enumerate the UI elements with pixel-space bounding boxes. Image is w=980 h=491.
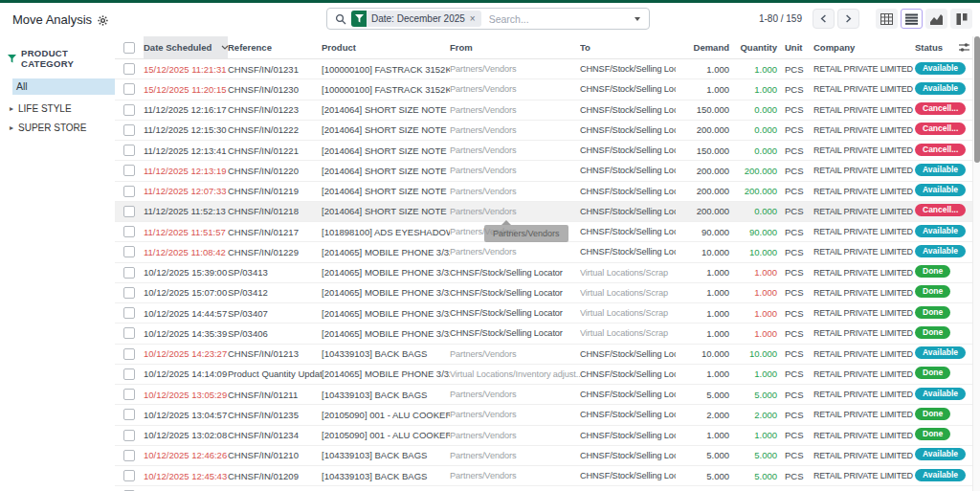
table-row[interactable]: 10/12/2025 12:46:26 CHNSF/IN/01210 [1043…: [115, 446, 972, 466]
cell-product: [2014064] SHORT SIZE NOTE: [322, 166, 450, 176]
cell-unit: PCS: [779, 410, 813, 420]
vertical-scrollbar[interactable]: [972, 36, 980, 491]
row-checkbox[interactable]: [123, 368, 135, 380]
cell-to: Virtual Locations/Scrap: [580, 288, 676, 298]
expand-caret-icon[interactable]: ▸: [10, 104, 13, 113]
row-checkbox[interactable]: [123, 430, 135, 441]
table-row[interactable]: 11/12/2025 12:13:19 CHNSF/IN/01220 [2014…: [115, 161, 972, 181]
row-checkbox[interactable]: [123, 327, 135, 339]
row-checkbox[interactable]: [123, 267, 135, 279]
column-header-product[interactable]: Product: [322, 36, 450, 58]
table-row[interactable]: 11/12/2025 12:07:33 CHNSF/IN/01219 [2014…: [115, 182, 972, 202]
optional-columns-icon[interactable]: [959, 42, 969, 53]
cell-product: [20105090] 001 - ALU COOKER: [322, 430, 450, 440]
table-row[interactable]: [115, 486, 972, 491]
column-header-quantity[interactable]: Quantity: [737, 36, 779, 58]
cell-date-scheduled: 10/12/2025 14:44:57: [144, 308, 228, 319]
row-checkbox[interactable]: [123, 246, 135, 257]
column-header-demand[interactable]: Demand: [676, 36, 737, 58]
row-checkbox[interactable]: [123, 124, 135, 136]
cell-demand: 1.000: [676, 287, 737, 298]
table-row[interactable]: 10/12/2025 14:44:57 SP/03407 [2014065] M…: [115, 303, 972, 324]
row-checkbox[interactable]: [123, 389, 135, 400]
row-checkbox[interactable]: [123, 186, 135, 197]
table-row[interactable]: 10/12/2025 13:05:29 CHNSF/IN/01211 [1043…: [115, 385, 972, 405]
kanban-view-icon[interactable]: [950, 9, 972, 29]
row-checkbox[interactable]: [123, 165, 135, 176]
table-row[interactable]: 11/12/2025 12:16:17 CHNSF/IN/01223 [2014…: [115, 100, 972, 121]
cell-company: RETAIL PRIVATE LIMITED CHN: [813, 166, 915, 175]
cell-from: Partners/Vendors: [450, 166, 580, 175]
search-icon: [335, 13, 346, 25]
cell-from: Partners/Vendors: [450, 84, 580, 94]
table-row[interactable]: 10/12/2025 13:04:57 CHNSF/IN/01235 [2010…: [115, 405, 972, 425]
row-checkbox[interactable]: [123, 104, 135, 116]
table-row[interactable]: 10/12/2025 14:23:27 CHNSF/IN/01213 [1043…: [115, 345, 972, 365]
cell-company: RETAIL PRIVATE LIMITED CHN: [813, 390, 915, 399]
pager-next-button[interactable]: [837, 9, 859, 29]
search-dropdown-caret-icon[interactable]: [635, 17, 640, 21]
row-checkbox[interactable]: [123, 63, 135, 75]
search-input[interactable]: [481, 13, 635, 25]
table-row[interactable]: 11/12/2025 11:08:42 CHNSF/IN/01229 [2014…: [115, 242, 972, 262]
column-header-from[interactable]: From: [450, 36, 580, 58]
row-checkbox[interactable]: [123, 145, 135, 156]
row-checkbox[interactable]: [123, 307, 135, 319]
sidebar-item-super-store[interactable]: ▸ SUPER STORE: [10, 123, 115, 133]
expand-caret-icon[interactable]: ▸: [10, 123, 13, 132]
cell-date-scheduled: 15/12/2025 11:20:15: [144, 84, 228, 95]
table-row[interactable]: 11/12/2025 12:13:41 CHNSF/IN/01221 [2014…: [115, 141, 972, 161]
select-all-checkbox[interactable]: [123, 42, 135, 54]
table-row[interactable]: 10/12/2025 15:39:00 SP/03413 [2014065] M…: [115, 263, 972, 283]
filter-facet-date[interactable]: Date: December 2025 ×: [351, 11, 481, 27]
cell-to: CHNSF/Stock/Selling Locator: [580, 166, 676, 175]
cell-quantity: 200.000: [737, 186, 779, 196]
table-row[interactable]: 11/12/2025 12:15:30 CHNSF/IN/01222 [2014…: [115, 121, 972, 141]
gear-icon[interactable]: [98, 15, 108, 26]
table-row[interactable]: 10/12/2025 13:02:08 CHNSF/IN/01234 [2010…: [115, 426, 972, 446]
row-checkbox[interactable]: [123, 409, 135, 420]
table-row[interactable]: 10/12/2025 15:07:00 SP/03412 [2014065] M…: [115, 283, 972, 303]
sidebar-item-life-style[interactable]: ▸ LIFE STYLE: [10, 103, 115, 114]
cell-unit: PCS: [779, 450, 813, 460]
cell-from: Partners/Vendors: [450, 247, 580, 257]
row-checkbox[interactable]: [123, 287, 135, 299]
column-header-unit[interactable]: Unit: [779, 36, 813, 58]
cell-demand: 150.000: [676, 145, 737, 156]
cell-unit: PCS: [779, 390, 813, 400]
pager-previous-button[interactable]: [813, 9, 835, 29]
row-checkbox[interactable]: [123, 450, 135, 461]
cell-unit: PCS: [779, 166, 813, 176]
row-checkbox[interactable]: [123, 226, 135, 237]
cell-to: CHNSF/Stock/Selling Locator: [580, 410, 676, 419]
cell-to: CHNSF/Stock/Selling Locator: [580, 105, 676, 115]
table-row[interactable]: 10/12/2025 14:14:09 Product Quantity Upd…: [115, 365, 972, 385]
sidebar-item-all[interactable]: All: [12, 78, 115, 95]
table-row[interactable]: 10/12/2025 14:35:39 SP/03406 [2014065] M…: [115, 324, 972, 344]
pager-range: 1-80 / 159: [759, 13, 802, 24]
facet-remove-icon[interactable]: ×: [470, 14, 477, 24]
cell-demand: 150.000: [676, 104, 737, 115]
scrollbar-thumb[interactable]: [974, 36, 980, 163]
list-view-icon[interactable]: [901, 9, 923, 29]
table-row[interactable]: 15/12/2025 11:20:15 CHNSF/IN/01230 [1000…: [115, 79, 972, 100]
pivot-view-icon[interactable]: [876, 9, 898, 29]
row-checkbox[interactable]: [123, 83, 135, 95]
table-row[interactable]: 11/12/2025 11:52:13 CHNSF/IN/01218 [2014…: [115, 202, 972, 222]
cell-reference: SP/03407: [228, 308, 322, 319]
row-checkbox[interactable]: [123, 348, 135, 360]
cell-reference: CHNSF/IN/01221: [228, 145, 322, 156]
table-row[interactable]: 10/12/2025 12:45:43 CHNSF/IN/01209 [1043…: [115, 466, 972, 486]
column-header-to[interactable]: To: [580, 36, 676, 58]
cell-demand: 5.000: [676, 471, 737, 481]
search-bar[interactable]: Date: December 2025 ×: [326, 8, 650, 30]
column-header-date-scheduled[interactable]: Date Scheduled: [144, 36, 228, 58]
row-checkbox[interactable]: [123, 206, 135, 217]
status-badge: Available: [915, 225, 966, 237]
status-badge: Done: [915, 367, 950, 379]
column-header-reference[interactable]: Reference: [228, 36, 322, 58]
row-checkbox[interactable]: [123, 470, 135, 481]
table-row[interactable]: 15/12/2025 11:21:31 CHNSF/IN/01231 [1000…: [115, 59, 972, 79]
column-header-company[interactable]: Company: [813, 36, 915, 58]
graph-view-icon[interactable]: [925, 9, 947, 29]
